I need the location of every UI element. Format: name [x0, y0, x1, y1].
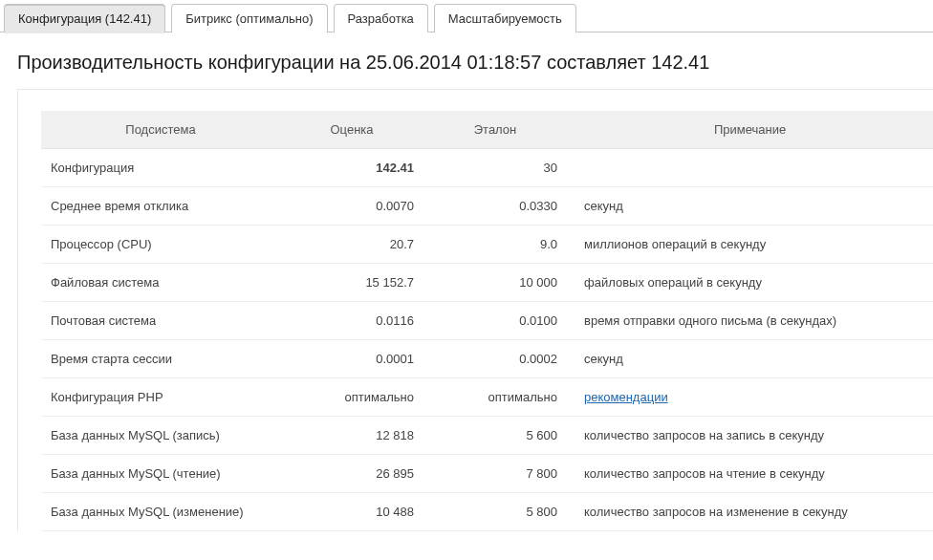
cell-note: количество запросов на изменение в секун… — [567, 493, 933, 531]
table-row: Почтовая система0.01160.0100время отправ… — [41, 302, 933, 340]
cell-reference: 30 — [423, 149, 567, 187]
cell-score: 20.7 — [280, 226, 423, 264]
cell-subsystem: Конфигурация PHP — [41, 378, 280, 417]
table-row: База данных MySQL (изменение)10 4885 800… — [41, 493, 933, 531]
cell-subsystem: База данных MySQL (чтение) — [41, 455, 280, 493]
tab-label: Разработка — [348, 11, 414, 26]
cell-subsystem: Время старта сессии — [41, 340, 280, 378]
performance-panel: Подсистема Оценка Эталон Примечание Конф… — [17, 89, 933, 531]
cell-subsystem: Конфигурация — [41, 149, 280, 187]
cell-reference: 10 000 — [423, 264, 567, 302]
cell-note: количество запросов на запись в секунду — [567, 417, 933, 455]
col-header-reference: Эталон — [423, 111, 567, 149]
table-row: Среднее время отклика0.00700.0330секунд — [41, 187, 933, 226]
cell-score: 15 152.7 — [280, 264, 423, 302]
cell-score: 12 818 — [280, 417, 423, 455]
cell-score: 0.0001 — [280, 340, 423, 378]
cell-note: время отправки одного письма (в секундах… — [567, 302, 933, 340]
cell-subsystem: База данных MySQL (запись) — [41, 417, 280, 455]
cell-note: секунд — [567, 187, 933, 226]
col-header-subsystem: Подсистема — [41, 111, 280, 149]
cell-note: количество запросов на чтение в секунду — [567, 455, 933, 493]
cell-reference: 5 600 — [423, 417, 567, 455]
cell-note — [567, 149, 933, 187]
tab-scalability[interactable]: Масштабируемость — [434, 4, 576, 32]
cell-score: 0.0116 — [280, 302, 423, 340]
cell-reference: 0.0100 — [423, 302, 567, 340]
col-header-score: Оценка — [280, 111, 423, 149]
cell-score: 10 488 — [280, 493, 423, 531]
page-title: Производительность конфигурации на 25.06… — [17, 52, 933, 74]
tab-configuration[interactable]: Конфигурация (142.41) — [4, 4, 165, 32]
cell-reference: 9.0 — [423, 226, 567, 264]
tab-label: Конфигурация (142.41) — [18, 11, 151, 26]
table-row: Файловая система15 152.710 000файловых о… — [41, 264, 933, 302]
cell-reference: 7 800 — [423, 455, 567, 493]
table-row: Конфигурация PHPоптимальнооптимальнореко… — [41, 378, 933, 417]
cell-score: 0.0070 — [280, 187, 423, 226]
tab-bar: Конфигурация (142.41) Битрикс (оптимальн… — [0, 0, 933, 32]
table-row: База данных MySQL (запись)12 8185 600кол… — [41, 417, 933, 455]
table-row: База данных MySQL (чтение)26 8957 800кол… — [41, 455, 933, 493]
cell-reference: оптимально — [423, 378, 567, 417]
performance-table: Подсистема Оценка Эталон Примечание Конф… — [41, 111, 933, 531]
cell-note: рекомендации — [567, 378, 933, 417]
cell-subsystem: Процессор (CPU) — [41, 226, 280, 264]
cell-reference: 0.0330 — [423, 187, 567, 226]
cell-score: 142.41 — [280, 149, 423, 187]
table-row: Конфигурация142.4130 — [41, 149, 933, 187]
tab-label: Битрикс (оптимально) — [185, 11, 313, 26]
recommendations-link[interactable]: рекомендации — [584, 390, 668, 404]
cell-note: секунд — [567, 340, 933, 378]
tab-label: Масштабируемость — [448, 11, 562, 26]
cell-subsystem: Среднее время отклика — [41, 187, 280, 226]
table-header-row: Подсистема Оценка Эталон Примечание — [41, 111, 933, 149]
col-header-note: Примечание — [567, 111, 933, 149]
cell-reference: 0.0002 — [423, 340, 567, 378]
cell-score: оптимально — [280, 378, 423, 417]
cell-note: файловых операций в секунду — [567, 264, 933, 302]
tab-development[interactable]: Разработка — [334, 4, 428, 32]
cell-subsystem: Файловая система — [41, 264, 280, 302]
cell-subsystem: Почтовая система — [41, 302, 280, 340]
cell-subsystem: База данных MySQL (изменение) — [41, 493, 280, 531]
table-row: Время старта сессии0.00010.0002секунд — [41, 340, 933, 378]
cell-note: миллионов операций в секунду — [567, 226, 933, 264]
tab-bitrix[interactable]: Битрикс (оптимально) — [171, 4, 327, 32]
cell-score: 26 895 — [280, 455, 423, 493]
table-row: Процессор (CPU)20.79.0миллионов операций… — [41, 226, 933, 264]
cell-reference: 5 800 — [423, 493, 567, 531]
